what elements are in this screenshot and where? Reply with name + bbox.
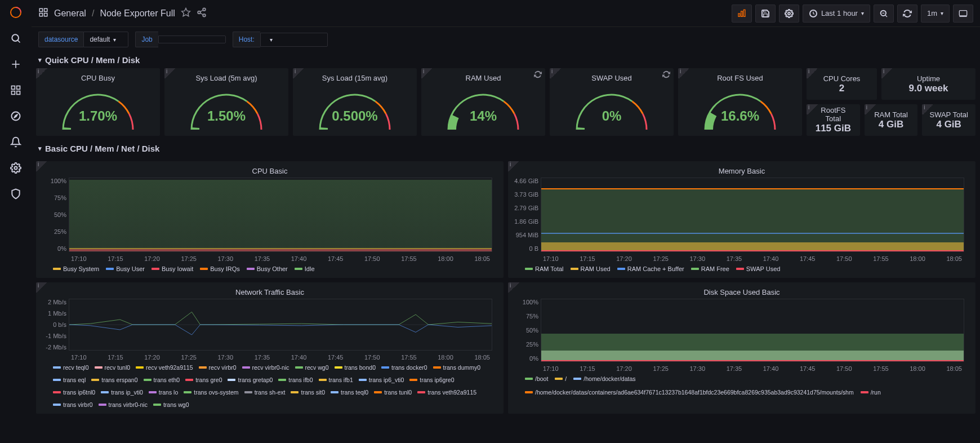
- var-host-value[interactable]: ▾: [260, 33, 328, 47]
- legend-item[interactable]: trans gre0: [185, 376, 222, 383]
- row-header-quick[interactable]: ▾ Quick CPU / Mem / Disk: [32, 52, 980, 68]
- panel-menu-icon[interactable]: i: [865, 104, 877, 114]
- legend-item[interactable]: recv virbr0-nic: [242, 364, 289, 371]
- var-datasource-value[interactable]: default▾: [83, 32, 128, 47]
- gauge-panel-sys-load-5m-avg-[interactable]: i Sys Load (5m avg) 1.50%: [164, 68, 288, 136]
- stat-ram-total[interactable]: i RAM Total 4 GiB: [865, 104, 918, 136]
- legend-item[interactable]: trans erspan0: [91, 376, 137, 383]
- legend-item[interactable]: trans veth92a9115: [417, 389, 476, 396]
- legend-item[interactable]: recv wg0: [295, 364, 329, 371]
- gauge-panel-ram-used[interactable]: i RAM Used 14%: [421, 68, 545, 136]
- dashboards-icon[interactable]: [9, 83, 23, 97]
- legend-item[interactable]: trans ip6tnl0: [53, 389, 95, 396]
- share-icon[interactable]: [197, 7, 207, 20]
- legend-item[interactable]: RAM Total: [525, 265, 564, 272]
- legend-item[interactable]: trans ifb1: [319, 376, 353, 383]
- panel-grid-icon[interactable]: [38, 7, 48, 20]
- panel-menu-icon[interactable]: i: [421, 68, 434, 78]
- grafana-logo-icon[interactable]: [9, 6, 23, 19]
- legend-item[interactable]: recv teql0: [53, 364, 89, 371]
- panel-menu-icon[interactable]: i: [678, 68, 691, 78]
- var-host[interactable]: Host: ▾: [233, 32, 328, 47]
- breadcrumb-root[interactable]: General: [54, 8, 86, 19]
- panel-menu-icon[interactable]: i: [36, 68, 48, 78]
- legend-item[interactable]: RAM Cache + Buffer: [617, 265, 684, 272]
- legend-item[interactable]: recv veth92a9115: [136, 364, 193, 371]
- legend-item[interactable]: trans ifb0: [278, 376, 313, 383]
- legend-item[interactable]: trans ip6gre0: [409, 376, 454, 383]
- legend-item[interactable]: trans ovs-system: [184, 389, 238, 396]
- stat-rootfs-total[interactable]: i RootFS Total 115 GiB: [807, 104, 860, 136]
- legend-item[interactable]: trans ip_vti0: [101, 389, 143, 396]
- alerting-icon[interactable]: [9, 135, 23, 149]
- refresh-interval-picker[interactable]: 1m ▾: [921, 5, 950, 23]
- config-icon[interactable]: [9, 161, 23, 175]
- legend-item[interactable]: RAM Used: [571, 265, 611, 272]
- plus-icon[interactable]: [9, 57, 23, 71]
- refresh-icon[interactable]: [662, 70, 670, 80]
- admin-icon[interactable]: [9, 187, 23, 201]
- panel-menu-icon[interactable]: i: [550, 68, 562, 78]
- var-datasource[interactable]: datasource default▾: [38, 32, 128, 47]
- gauge-panel-swap-used[interactable]: i SWAP Used 0%: [550, 68, 674, 136]
- legend-item[interactable]: Busy System: [53, 265, 99, 272]
- add-panel-button[interactable]: [732, 5, 752, 23]
- panel-cpu-basic[interactable]: i CPU Basic 100%75%50%25%0% 17:1017:1517…: [36, 161, 504, 278]
- legend-item[interactable]: Busy Other: [247, 265, 288, 272]
- legend-item[interactable]: trans sh-ext: [244, 389, 286, 396]
- save-button[interactable]: [755, 5, 776, 23]
- gauge-panel-sys-load-15m-avg-[interactable]: i Sys Load (15m avg) 0.500%: [293, 68, 417, 136]
- gauge-panel-root-fs-used[interactable]: i Root FS Used 16.6%: [678, 68, 802, 136]
- search-icon[interactable]: [9, 32, 23, 45]
- panel-menu-icon[interactable]: i: [922, 104, 934, 114]
- panel-disk-space-used-basic[interactable]: i Disk Space Used Basic 100%75%50%25%0% …: [508, 282, 975, 414]
- legend-item[interactable]: trans virbr0-nic: [99, 401, 148, 408]
- panel-menu-icon[interactable]: i: [36, 282, 48, 293]
- legend-item[interactable]: trans ip6_vti0: [359, 376, 404, 383]
- stat-cpu-cores[interactable]: i CPU Cores 2: [807, 68, 877, 100]
- var-job-value[interactable]: [158, 36, 226, 43]
- panel-menu-icon[interactable]: i: [508, 161, 520, 171]
- legend-item[interactable]: /home/docker/datas/containers/ad6ae634f7…: [525, 389, 854, 396]
- stat-swap-total[interactable]: i SWAP Total 4 GiB: [922, 104, 975, 136]
- legend-item[interactable]: trans wg0: [153, 401, 189, 408]
- var-job[interactable]: Job: [135, 32, 225, 47]
- time-range-picker[interactable]: Last 1 hour ▾: [803, 5, 870, 23]
- legend-item[interactable]: trans eql: [53, 376, 86, 383]
- refresh-icon[interactable]: [534, 70, 542, 80]
- legend-item[interactable]: trans tunl0: [374, 389, 412, 396]
- legend-item[interactable]: Busy IRQs: [200, 265, 240, 272]
- legend-item[interactable]: trans gretap0: [228, 376, 273, 383]
- breadcrumb-page[interactable]: Node Exporter Full: [100, 8, 175, 19]
- legend-item[interactable]: Busy Iowait: [152, 265, 193, 272]
- legend-item[interactable]: trans teql0: [331, 389, 368, 396]
- panel-menu-icon[interactable]: i: [164, 68, 177, 78]
- panel-memory-basic[interactable]: i Memory Basic 4.66 GiB3.73 GiB2.79 GiB1…: [508, 161, 975, 278]
- settings-button[interactable]: [779, 5, 799, 23]
- panel-menu-icon[interactable]: i: [807, 68, 819, 78]
- legend-item[interactable]: trans eth0: [144, 376, 180, 383]
- legend-item[interactable]: trans virbr0: [53, 401, 93, 408]
- legend-item[interactable]: trans lo: [149, 389, 178, 396]
- panel-menu-icon[interactable]: i: [508, 282, 520, 293]
- legend-item[interactable]: /home/docker/datas: [573, 375, 635, 382]
- legend-item[interactable]: Idle: [295, 265, 315, 272]
- legend-item[interactable]: trans docker0: [381, 364, 427, 371]
- zoom-out-button[interactable]: [874, 5, 894, 23]
- refresh-button[interactable]: [897, 5, 917, 23]
- legend-item[interactable]: SWAP Used: [736, 265, 781, 272]
- explore-icon[interactable]: [9, 109, 23, 123]
- legend-item[interactable]: /run: [861, 389, 881, 396]
- star-icon[interactable]: [181, 7, 191, 20]
- legend-item[interactable]: recv virbr0: [199, 364, 237, 371]
- legend-item[interactable]: /boot: [525, 375, 548, 382]
- gauge-panel-cpu-busy[interactable]: i CPU Busy 1.70%: [36, 68, 160, 136]
- legend-item[interactable]: /: [555, 375, 567, 382]
- panel-menu-icon[interactable]: i: [36, 161, 48, 171]
- row-header-basic[interactable]: ▾ Basic CPU / Mem / Net / Disk: [32, 140, 980, 157]
- panel-network-traffic-basic[interactable]: i Network Traffic Basic 2 Mb/s1 Mb/s0 b/…: [36, 282, 504, 414]
- legend-item[interactable]: trans bond0: [335, 364, 376, 371]
- panel-menu-icon[interactable]: i: [293, 68, 305, 78]
- legend-item[interactable]: trans dummy0: [433, 364, 481, 371]
- panel-menu-icon[interactable]: i: [807, 104, 819, 114]
